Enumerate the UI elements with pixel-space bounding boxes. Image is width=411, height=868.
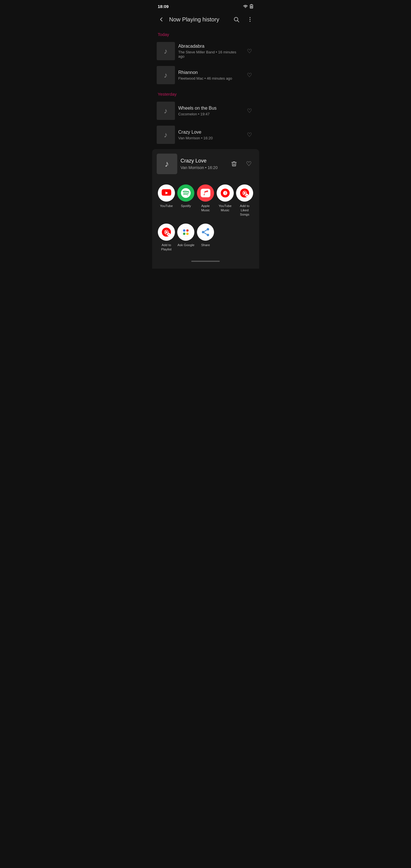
app-label-google: Ask Google (178, 243, 194, 247)
music-note-icon: ♪ (164, 106, 167, 115)
liked-songs-icon: ♥ (236, 184, 253, 202)
wifi-icon (243, 5, 248, 8)
music-note-icon: ♪ (164, 71, 167, 80)
google-icon (177, 223, 194, 241)
track-thumbnail: ♪ (157, 126, 175, 144)
app-item-playlist[interactable]: + Add to Playlist (157, 220, 177, 255)
track-title: Wheels on the Bus (179, 106, 241, 111)
svg-rect-2 (251, 4, 252, 5)
track-title: Crazy Love (179, 130, 241, 135)
more-button[interactable] (244, 14, 256, 25)
top-bar: Now Playing history (152, 11, 259, 27)
page-title: Now Playing history (169, 16, 231, 23)
track-title: Rhiannon (179, 70, 241, 75)
track-row[interactable]: ♪ Rhiannon Fleetwood Mac • 46 minutes ag… (152, 63, 259, 87)
selected-track-row: ♪ Crazy Love Van Morrison • 16:20 ♡ (152, 149, 259, 179)
like-button-selected[interactable]: ♡ (243, 158, 255, 169)
svg-point-26 (183, 232, 186, 235)
home-indicator (152, 257, 259, 263)
track-thumbnail: ♪ (157, 42, 175, 60)
svg-line-5 (238, 21, 239, 22)
track-meta: Van Morrison • 16:20 (179, 136, 241, 140)
selected-actions: ♡ (228, 158, 255, 169)
battery-icon (249, 4, 253, 8)
app-item-yt-music[interactable]: YouTube Music (215, 181, 235, 220)
track-row[interactable]: ♪ Abracadabra The Steve Miller Band • 16… (152, 39, 259, 63)
svg-point-7 (249, 19, 250, 20)
track-thumbnail: ♪ (157, 102, 175, 120)
track-info: Crazy Love Van Morrison • 16:20 (175, 130, 244, 140)
app-item-spotify[interactable]: Spotify (176, 181, 196, 220)
svg-point-23 (182, 227, 190, 237)
like-button[interactable]: ♡ (244, 130, 255, 140)
app-item-youtube[interactable]: YouTube (157, 181, 177, 220)
svg-point-6 (249, 17, 250, 18)
like-button[interactable]: ♡ (244, 106, 255, 116)
app-label-spotify: Spotify (181, 204, 191, 208)
selected-meta: Van Morrison • 16:20 (181, 165, 225, 170)
app-label-youtube: YouTube (160, 204, 173, 208)
heart-icon: ♡ (247, 107, 252, 114)
music-note-icon: ♪ (165, 159, 169, 169)
yt-music-icon (217, 184, 234, 202)
app-item-apple-music[interactable]: Apple Music (196, 181, 216, 220)
delete-button[interactable] (228, 158, 240, 169)
search-button[interactable] (231, 14, 242, 25)
app-item-share[interactable]: Share (196, 220, 216, 255)
music-note-icon: ♪ (164, 130, 167, 140)
status-time: 18:09 (158, 4, 169, 9)
track-meta: Fleetwood Mac • 46 minutes ago (179, 76, 241, 81)
more-icon (247, 16, 253, 23)
app-item-liked[interactable]: ♥ Add to Liked Songs (235, 181, 255, 220)
track-meta: The Steve Miller Band • 16 minutes ago (179, 50, 241, 59)
svg-text:+: + (168, 233, 169, 236)
app-label-share: Share (201, 243, 210, 247)
track-thumbnail: ♪ (157, 66, 175, 84)
heart-icon: ♡ (247, 131, 252, 138)
bottom-sheet: ♪ Crazy Love Van Morrison • 16:20 ♡ (152, 149, 259, 269)
track-info: Wheels on the Bus Cocomelon • 19:47 (175, 106, 244, 116)
track-meta: Cocomelon • 19:47 (179, 112, 241, 116)
search-icon (233, 16, 240, 23)
track-title: Abracadabra (179, 44, 241, 49)
svg-point-25 (186, 229, 189, 232)
svg-text:♥: ♥ (246, 194, 248, 196)
youtube-icon (158, 184, 175, 202)
selected-info: Crazy Love Van Morrison • 16:20 (177, 158, 228, 170)
app-label-playlist: Add to Playlist (158, 243, 175, 252)
track-row[interactable]: ♪ Wheels on the Bus Cocomelon • 19:47 ♡ (152, 99, 259, 123)
share-icon (197, 223, 214, 241)
heart-icon: ♡ (246, 160, 252, 167)
spotify-icon (177, 184, 194, 202)
track-row[interactable]: ♪ Crazy Love Van Morrison • 16:20 ♡ (152, 123, 259, 147)
heart-icon: ♡ (247, 72, 252, 79)
section-yesterday: Yesterday (152, 87, 259, 99)
top-actions (231, 14, 256, 25)
music-note-icon: ♪ (164, 47, 167, 56)
status-bar: 18:09 (152, 0, 259, 11)
like-button[interactable]: ♡ (244, 46, 255, 56)
app-label-yt-music: YouTube Music (216, 204, 234, 212)
app-label-apple-music: Apple Music (197, 204, 214, 212)
app-label-liked: Add to Liked Songs (236, 204, 253, 217)
heart-icon: ♡ (247, 48, 252, 55)
svg-line-32 (204, 233, 207, 235)
section-today: Today (152, 27, 259, 39)
selected-thumbnail: ♪ (157, 154, 177, 174)
app-item-google[interactable]: Ask Google (176, 220, 196, 255)
track-info: Abracadabra The Steve Miller Band • 16 m… (175, 44, 244, 59)
apple-music-icon (197, 184, 214, 202)
svg-rect-3 (250, 6, 252, 8)
svg-line-31 (204, 230, 207, 231)
app-grid: YouTube Spotify Apple Music (152, 179, 259, 257)
back-button[interactable] (156, 14, 167, 25)
svg-point-27 (186, 232, 189, 235)
svg-point-24 (183, 229, 186, 232)
home-bar (191, 261, 220, 262)
like-button[interactable]: ♡ (244, 70, 255, 80)
delete-icon (231, 161, 237, 167)
status-icons (243, 4, 253, 8)
playlist-icon: + (158, 223, 175, 241)
svg-point-8 (249, 21, 250, 22)
selected-title: Crazy Love (181, 158, 225, 164)
